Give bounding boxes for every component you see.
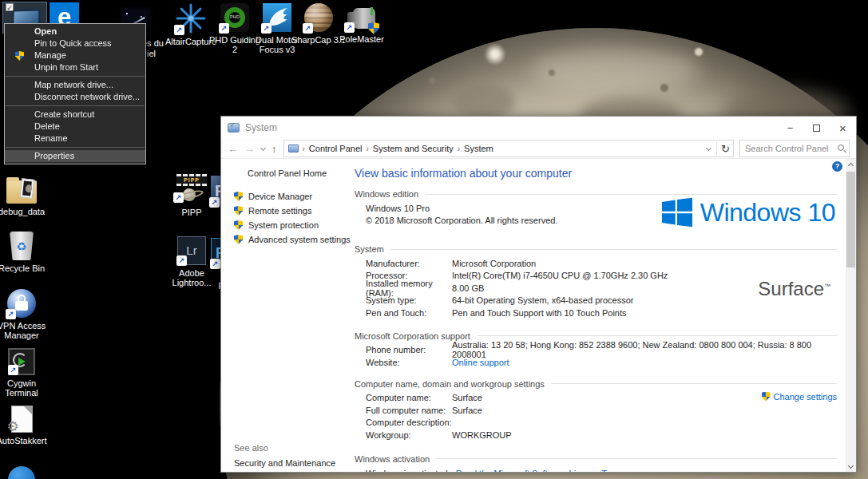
scroll-down-icon[interactable]	[846, 461, 856, 473]
menu-item-manage[interactable]: Manage	[5, 49, 145, 61]
icon-label: debug_data	[0, 207, 52, 216]
moon-crater	[695, 48, 703, 56]
shortcut-arrow-icon: ↗	[174, 25, 184, 35]
shortcut-arrow-icon: ↗	[219, 23, 229, 34]
windows-10-logo: Windows 10	[662, 197, 835, 228]
desktop-icon-partial[interactable]	[8, 466, 35, 479]
online-support-link[interactable]: Online support	[452, 358, 509, 367]
menu-item-rename[interactable]: Rename	[5, 133, 145, 144]
shortcut-arrow-icon: ↗	[6, 309, 16, 319]
sidebar-item-device-manager[interactable]: Device Manager	[221, 189, 355, 204]
minimize-button[interactable]: −	[777, 117, 803, 139]
back-button[interactable]: ←	[228, 143, 238, 155]
search-icon[interactable]	[838, 144, 844, 151]
sidebar: Control Panel Home Device Manager Remote…	[221, 159, 355, 473]
address-bar: ← → ↑ › Control Panel › System and Secur…	[221, 139, 856, 159]
desktop-icon-polemaster[interactable]: ↗ PoleMaster	[331, 3, 392, 44]
menu-item-open[interactable]: Open	[5, 26, 145, 38]
menu-item-properties[interactable]: Properties	[5, 150, 145, 162]
forward-button[interactable]: →	[244, 143, 255, 155]
system-window: System − × ← → ↑ › Control Panel › Syste…	[220, 116, 857, 473]
section-system: System Manufacturer: Microsoft Corporati…	[355, 244, 837, 319]
uac-shield-icon	[234, 220, 243, 230]
info-row: Workgroup: WORKGROUP	[366, 429, 837, 441]
breadcrumb-system-security[interactable]: System and Security	[369, 144, 458, 153]
desktop-icon-vpn-access-manager[interactable]: ↗ VPN AccessManager	[0, 289, 52, 340]
desktop: ✓ e es du iel ↗ AltairCapture PHD ↗ PHD	[0, 0, 868, 479]
maximize-button[interactable]	[803, 117, 830, 139]
desktop-icon-debug-data[interactable]: debug_data	[0, 176, 52, 216]
system-window-icon	[228, 123, 240, 133]
help-icon[interactable]: ?	[832, 161, 842, 172]
vertical-scrollbar[interactable]	[846, 159, 856, 473]
breadcrumb-system[interactable]: System	[460, 144, 497, 153]
window-title: System	[245, 122, 277, 133]
windows-logo-text: Windows 10	[700, 198, 835, 228]
uac-shield-icon	[234, 192, 243, 201]
menu-item-map-network-drive[interactable]: Map network drive...	[5, 79, 145, 91]
section-title: Windows activation	[355, 454, 837, 464]
sidebar-item-system-protection[interactable]: System protection	[221, 218, 355, 232]
icon-label: VPN AccessManager	[0, 321, 52, 340]
sidebar-item-control-panel-home[interactable]: Control Panel Home	[248, 168, 355, 178]
up-button[interactable]: ↑	[271, 143, 277, 155]
menu-separator	[6, 147, 145, 148]
section-title: System	[355, 244, 837, 254]
menu-item-delete[interactable]: Delete	[5, 121, 145, 133]
shortcut-arrow-icon: ↗	[303, 23, 313, 34]
icon-label: Recycle Bin	[0, 263, 52, 273]
uac-shield-icon	[368, 22, 379, 34]
search-input[interactable]	[740, 144, 830, 153]
context-menu: Open Pin to Quick access Manage Unpin fr…	[4, 23, 146, 164]
close-button[interactable]: ×	[830, 117, 856, 139]
see-also-title: See also	[234, 443, 335, 453]
section-computer-name: Computer name, domain and workgroup sett…	[355, 379, 837, 441]
address-field[interactable]: › Control Panel › System and Security › …	[283, 140, 735, 157]
lock-icon: ↗	[7, 289, 36, 318]
star-burst-icon: ↗	[176, 3, 206, 34]
menu-item-pin-to-quick-access[interactable]: Pin to Quick access	[5, 38, 145, 49]
search-box[interactable]	[739, 140, 850, 157]
info-row: Pen and Touch: Pen and Touch Support wit…	[366, 307, 837, 319]
breadcrumb-control-panel[interactable]: Control Panel	[305, 144, 367, 153]
moon-mare	[451, 84, 515, 119]
license-terms-link[interactable]: Read the Microsoft Software Licence Term…	[456, 469, 626, 473]
change-settings-action[interactable]: Change settings	[762, 392, 838, 402]
title-bar[interactable]: System − ×	[221, 117, 856, 139]
desktop-icon-recycle-bin[interactable]: ♻ Recycle Bin	[0, 232, 52, 273]
guiding-target-icon: PHD ↗	[220, 3, 249, 32]
moon-crater	[549, 69, 555, 76]
menu-item-create-shortcut[interactable]: Create shortcut	[5, 109, 145, 121]
info-row: Phone number: Australia: 13 20 58; Hong …	[366, 344, 837, 357]
shortcut-arrow-icon: ↗	[210, 259, 220, 269]
sidebar-item-remote-settings[interactable]: Remote settings	[221, 204, 355, 218]
uac-shield-icon	[234, 235, 243, 244]
document-gear-icon: ⚙	[11, 406, 33, 433]
uac-shield-icon	[15, 51, 24, 61]
sidebar-item-advanced-system-settings[interactable]: Advanced system settings	[221, 232, 355, 247]
menu-item-disconnect-network-drive[interactable]: Disconnect network drive...	[5, 91, 145, 103]
refresh-icon[interactable]: ↻	[721, 143, 730, 155]
moon-crater	[429, 77, 436, 85]
history-dropdown-icon[interactable]	[260, 144, 266, 150]
page-title: View basic information about your comput…	[355, 167, 837, 180]
windows-flag-icon	[662, 197, 692, 228]
info-row: Manufacturer: Microsoft Corporation	[366, 257, 837, 270]
desktop-icon-autostakkert[interactable]: ⚙ AutoStakkert	[0, 406, 52, 445]
sidebar-item-security-and-maintenance[interactable]: Security and Maintenance	[234, 458, 335, 468]
section-title: Microsoft Corporation support	[355, 331, 837, 341]
menu-separator	[6, 105, 145, 106]
menu-item-unpin-from-start[interactable]: Unpin from Start	[5, 61, 145, 73]
section-windows-edition: Windows edition Windows 10 Pro © 2018 Mi…	[355, 189, 837, 227]
section-support: Microsoft Corporation support Phone numb…	[355, 331, 837, 369]
desktop-icon-cygwin-terminal[interactable]: ↗ CygwinTerminal	[0, 348, 52, 398]
shortcut-arrow-icon: ↗	[8, 365, 18, 375]
terminal-icon: ↗	[8, 348, 35, 375]
address-dropdown-icon[interactable]	[706, 144, 711, 150]
scrollbar-thumb[interactable]	[846, 172, 855, 267]
scroll-up-icon[interactable]	[846, 159, 856, 171]
moon-highland	[531, 48, 699, 92]
see-also-section: See also Security and Maintenance	[234, 443, 335, 468]
window-content: Control Panel Home Device Manager Remote…	[221, 159, 856, 473]
shortcut-arrow-icon: ↗	[261, 23, 271, 34]
